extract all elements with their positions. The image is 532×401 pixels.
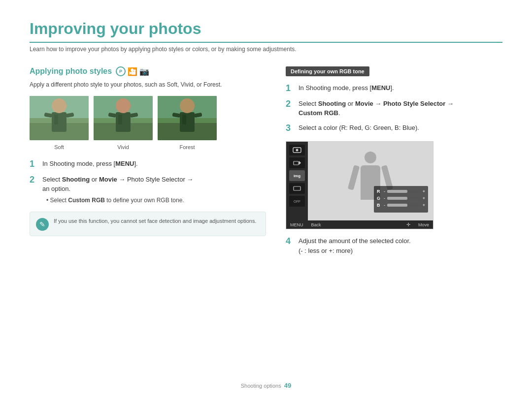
photo-soft: [30, 96, 89, 140]
left-step-1: 1 In Shooting mode, press [MENU].: [30, 159, 266, 170]
b-minus: -: [384, 203, 385, 208]
step-text-2: Select Shooting or Movie → Photo Style S…: [42, 175, 266, 205]
page-footer: Shooting options 49: [0, 382, 532, 389]
g-slider-row: G - +: [377, 196, 425, 201]
r-plus: +: [423, 189, 425, 194]
nav-icon: ✛: [406, 222, 410, 227]
svg-point-3: [53, 100, 65, 113]
b-label: B: [377, 203, 382, 208]
right-step-num-4: 4: [286, 236, 297, 247]
right-step-text-2: Select Shooting or Movie → Photo Style S…: [299, 99, 502, 118]
right-step-num-1: 1: [286, 83, 297, 94]
b-plus: +: [423, 203, 425, 208]
step-text-1: In Shooting mode, press [MENU].: [42, 159, 266, 169]
camera-main-view: R - + G - + B -: [308, 142, 433, 220]
svg-rect-28: [294, 186, 300, 190]
move-label: Move: [418, 222, 429, 227]
section-icons: P 🎦 📷: [116, 66, 149, 76]
note-icon: ✎: [36, 218, 49, 231]
rgb-badge: Defining your own RGB tone: [286, 66, 369, 76]
svg-marker-27: [299, 161, 301, 165]
photo-examples-row: [30, 96, 266, 140]
bullet-list: Select Custom RGB to define your own RGB…: [46, 196, 266, 205]
right-step-4: 4 Adjust the amount of the selected colo…: [286, 236, 502, 255]
note-box: ✎ If you use this function, you cannot s…: [30, 212, 266, 236]
svg-rect-26: [294, 161, 299, 165]
main-layout: Applying photo styles P 🎦 📷 Apply a diff…: [30, 66, 502, 260]
right-step-num-2: 2: [286, 99, 297, 110]
person-head: [365, 152, 376, 163]
svg-rect-15: [118, 115, 122, 124]
right-step-2: 2 Select Shooting or Movie → Photo Style…: [286, 99, 502, 118]
g-plus: +: [423, 196, 425, 201]
svg-rect-4: [52, 112, 66, 132]
step-num-2: 2: [30, 175, 40, 185]
applying-photo-styles-label: Applying photo styles: [30, 67, 112, 76]
camera-ui-inner: img OFF: [286, 142, 433, 220]
person-arm-left: [348, 165, 360, 190]
rgb-sliders-overlay: R - + G - + B -: [374, 186, 428, 213]
label-soft: Soft: [30, 144, 89, 150]
label-vivid: Vivid: [94, 144, 153, 150]
camera-sidebar: img OFF: [286, 142, 308, 220]
right-step-text-4: Adjust the amount of the selected color.…: [299, 236, 502, 255]
right-step-num-3: 3: [286, 123, 297, 134]
cam-icon-2: [289, 157, 305, 168]
b-slider-bar: [387, 204, 421, 207]
section-description: Apply a different photo style to your ph…: [30, 80, 266, 89]
photo-forest: [158, 96, 217, 140]
photo-labels: Soft Vivid Forest: [30, 144, 266, 150]
g-label: G: [377, 196, 382, 201]
svg-point-19: [181, 100, 193, 113]
camera-bottom-bar: MENU Back ✛ Move: [286, 220, 433, 229]
camera-video-icon: 🎦: [128, 67, 137, 76]
r-minus: -: [384, 189, 385, 194]
b-slider-row: B - +: [377, 203, 425, 208]
cam-icon-3: img: [289, 170, 305, 181]
right-step-3: 3 Select a color (R: Red, G: Green, B: B…: [286, 123, 502, 134]
right-step-text-1: In Shooting mode, press [MENU].: [299, 83, 502, 93]
menu-label: MENU: [290, 222, 303, 227]
note-text: If you use this function, you cannot set…: [54, 217, 257, 231]
footer-text: Shooting options: [241, 383, 281, 389]
svg-rect-7: [54, 115, 58, 124]
right-step-text-3: Select a color (R: Red, G: Green, B: Blu…: [299, 123, 502, 133]
svg-point-25: [296, 149, 299, 152]
left-step-2: 2 Select Shooting or Movie → Photo Style…: [30, 175, 266, 205]
label-forest: Forest: [158, 144, 217, 150]
r-label: R: [377, 189, 382, 194]
back-label: Back: [311, 222, 321, 227]
g-minus: -: [384, 196, 385, 201]
camera-p-icon: P: [116, 66, 126, 76]
bullet-item-custom-rgb: Select Custom RGB to define your own RGB…: [46, 196, 266, 205]
svg-rect-20: [180, 112, 195, 132]
svg-rect-23: [182, 115, 186, 124]
page-subtitle: Learn how to improve your photos by appl…: [30, 46, 502, 53]
r-slider-row: R - +: [377, 189, 425, 194]
camera-ui: img OFF: [286, 141, 433, 229]
svg-rect-12: [116, 112, 131, 132]
svg-point-11: [117, 100, 129, 113]
cam-icon-1: [289, 145, 305, 155]
r-slider-bar: [387, 190, 421, 193]
photo-vivid: [94, 96, 153, 140]
right-column: Defining your own RGB tone 1 In Shooting…: [286, 66, 502, 260]
right-step-1: 1 In Shooting mode, press [MENU].: [286, 83, 502, 94]
right-step-list: 1 In Shooting mode, press [MENU]. 2 Sele…: [286, 83, 502, 133]
section-title: Applying photo styles P 🎦 📷: [30, 66, 266, 76]
camera-scene-icon: 📷: [139, 67, 149, 76]
footer-page-num: 49: [284, 382, 291, 389]
page-title: Improving your photos: [30, 20, 502, 43]
step-num-1: 1: [30, 159, 40, 170]
cam-icon-5: OFF: [289, 196, 305, 207]
left-step-list: 1 In Shooting mode, press [MENU]. 2 Sele…: [30, 159, 266, 205]
left-column: Applying photo styles P 🎦 📷 Apply a diff…: [30, 66, 266, 260]
cam-icon-4: [289, 183, 305, 194]
g-slider-bar: [387, 197, 421, 200]
